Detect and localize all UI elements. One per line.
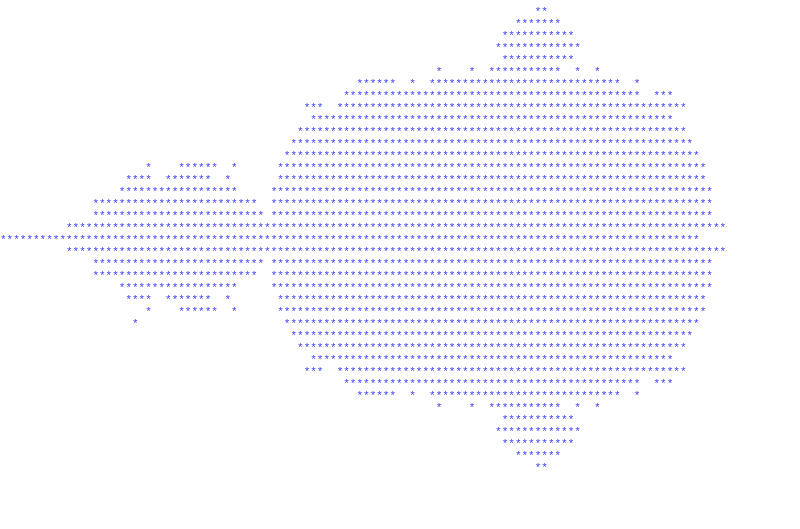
ascii-line: ****************************************…	[0, 378, 800, 390]
ascii-line: * * *********** * *	[0, 66, 800, 78]
ascii-line: ***********	[0, 438, 800, 450]
ascii-line: ****************************************…	[0, 138, 800, 150]
ascii-line: ****************** *********************…	[0, 186, 800, 198]
ascii-line: ************************* **************…	[0, 270, 800, 282]
ascii-line: ****************************************…	[0, 330, 800, 342]
ascii-line: ****************************************…	[0, 342, 800, 354]
ascii-line: ****************** *********************…	[0, 282, 800, 294]
ascii-line: ****************************************…	[0, 126, 800, 138]
ascii-line: *******	[0, 18, 800, 30]
ascii-line: ****************************************…	[0, 234, 800, 246]
ascii-line: ****************************************…	[0, 222, 800, 234]
ascii-line: ***********	[0, 54, 800, 66]
ascii-line: ****************************************…	[0, 246, 800, 258]
ascii-line: ****************************************…	[0, 114, 800, 126]
ascii-line: ************************** *************…	[0, 210, 800, 222]
ascii-line: **** ******* * *************************…	[0, 174, 800, 186]
ascii-line: *** ************************************…	[0, 102, 800, 114]
ascii-line: **	[0, 6, 800, 18]
ascii-line: * ****** * *****************************…	[0, 162, 800, 174]
ascii-line: * **************************************…	[0, 318, 800, 330]
ascii-art: ** ******* ***********	[0, 6, 800, 474]
ascii-line: ***********	[0, 414, 800, 426]
ascii-line: ****************************************…	[0, 90, 800, 102]
ascii-line: ************************** *************…	[0, 258, 800, 270]
ascii-line: ****************************************…	[0, 354, 800, 366]
ascii-line: ****** * ***************************** *	[0, 390, 800, 402]
ascii-art-container: ** ******* ***********	[0, 0, 800, 529]
ascii-line: *************	[0, 426, 800, 438]
ascii-line: * ****** * *****************************…	[0, 306, 800, 318]
ascii-line: *******	[0, 450, 800, 462]
ascii-line: *** ************************************…	[0, 366, 800, 378]
ascii-line: * * *********** * *	[0, 402, 800, 414]
ascii-line: ***********	[0, 30, 800, 42]
ascii-line: *************	[0, 42, 800, 54]
ascii-line: ****************************************…	[0, 150, 800, 162]
ascii-line: ****** * ***************************** *	[0, 78, 800, 90]
ascii-line: ************************* **************…	[0, 198, 800, 210]
ascii-line: **** ******* * *************************…	[0, 294, 800, 306]
ascii-line: **	[0, 462, 800, 474]
